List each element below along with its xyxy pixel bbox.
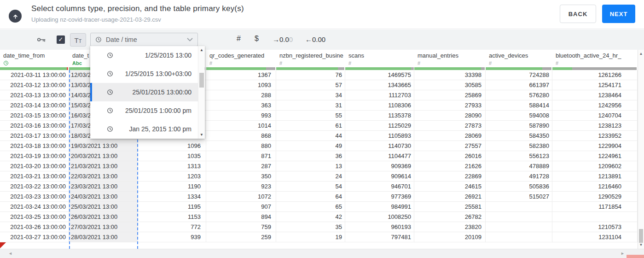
table-cell[interactable]: 2021-03-16 13:00:00 — [0, 121, 69, 131]
table-cell[interactable]: 34 — [276, 90, 345, 100]
table-cell[interactable]: 19 — [276, 232, 345, 242]
date-format-option[interactable]: Jan 25, 2015 1:00 pm — [90, 120, 198, 138]
table-cell[interactable]: 1072 — [206, 192, 276, 202]
table-cell[interactable]: 24615 — [414, 182, 486, 192]
table-cell[interactable] — [486, 202, 552, 212]
table-cell[interactable]: 25869 — [414, 90, 486, 100]
table-cell[interactable]: 759 — [206, 222, 276, 232]
table-cell[interactable]: 868 — [206, 131, 276, 141]
table-cell[interactable]: 491728 — [486, 171, 552, 182]
table-cell[interactable]: 26016 — [414, 151, 486, 161]
table-cell[interactable]: 64 — [276, 192, 345, 202]
column-header[interactable]: date_time_from — [0, 50, 69, 67]
menu-scrollbar[interactable]: ▲ ▼ — [198, 46, 205, 139]
table-cell[interactable]: 259 — [206, 232, 276, 242]
currency-type-button[interactable]: $ — [255, 35, 259, 43]
table-cell[interactable]: 65 — [276, 202, 345, 212]
table-cell[interactable]: 909369 — [345, 161, 414, 171]
table-cell[interactable]: 31 — [276, 100, 345, 111]
table-cell[interactable]: 1469575 — [345, 70, 414, 80]
table-cell[interactable]: 20/03/2021 13:00 — [69, 151, 138, 161]
date-format-option[interactable]: 25/01/2015 1:00:00 pm — [90, 101, 198, 120]
table-cell[interactable]: 76 — [276, 70, 345, 80]
table-cell[interactable]: 2021-03-24 13:00:00 — [0, 202, 69, 212]
table-cell[interactable]: 1093 — [206, 80, 276, 90]
column-header[interactable]: scans# — [345, 50, 414, 67]
back-button[interactable]: BACK — [560, 5, 596, 23]
table-cell[interactable]: 2021-03-20 13:00:00 — [0, 161, 69, 171]
table-cell[interactable]: 1008250 — [345, 212, 414, 222]
table-cell[interactable]: 350 — [206, 171, 276, 182]
text-type-button[interactable]: Tt — [70, 33, 86, 47]
table-cell[interactable]: 44 — [276, 131, 345, 141]
table-cell[interactable]: 26782 — [414, 212, 486, 222]
table-cell[interactable]: 556123 — [486, 151, 552, 161]
table-cell[interactable]: 1153 — [138, 212, 206, 222]
table-cell[interactable]: 1014 — [206, 121, 276, 131]
table-cell[interactable]: 1229904 — [552, 141, 638, 151]
table-cell[interactable]: 1231104 — [552, 232, 638, 242]
scroll-right-icon[interactable]: ► — [621, 251, 625, 256]
table-cell[interactable]: 22869 — [414, 171, 486, 182]
table-cell[interactable]: 1104477 — [345, 151, 414, 161]
scroll-down-icon[interactable]: ▼ — [638, 243, 644, 247]
table-cell[interactable]: 1334 — [138, 192, 206, 202]
table-cell[interactable]: 13 — [276, 161, 345, 171]
table-cell[interactable]: 61 — [276, 121, 345, 131]
table-cell[interactable]: 515027 — [486, 192, 552, 202]
table-cell[interactable]: 1242956 — [552, 100, 638, 111]
table-cell[interactable]: 2021-03-25 13:00:00 — [0, 212, 69, 222]
vertical-scrollbar[interactable]: ▲ ▼ — [638, 50, 644, 249]
table-cell[interactable]: 1254171 — [552, 80, 638, 90]
number-type-button[interactable]: # — [237, 35, 241, 43]
horizontal-scrollbar[interactable]: ◄ ► — [0, 249, 644, 258]
table-cell[interactable]: 661397 — [486, 80, 552, 90]
column-header[interactable]: qr_codes_generated# — [206, 50, 276, 67]
table-cell[interactable]: 27933 — [414, 100, 486, 111]
table-cell[interactable]: 28090 — [414, 111, 486, 121]
table-cell[interactable]: 1140730 — [345, 141, 414, 151]
date-format-option[interactable]: 1/25/2015 13:00 — [90, 46, 198, 64]
table-cell[interactable]: 49 — [276, 141, 345, 151]
table-cell[interactable]: 33398 — [414, 70, 486, 80]
table-cell[interactable]: 1171854 — [552, 202, 638, 212]
table-cell[interactable]: 1224961 — [552, 151, 638, 161]
table-cell[interactable]: 880 — [206, 141, 276, 151]
scroll-left-icon[interactable]: ◄ — [8, 251, 12, 256]
table-cell[interactable]: 1261266 — [552, 70, 638, 80]
table-cell[interactable] — [486, 212, 552, 222]
table-cell[interactable]: 287 — [206, 161, 276, 171]
table-cell[interactable]: 594008 — [486, 111, 552, 121]
table-cell[interactable]: 984991 — [345, 202, 414, 212]
table-cell[interactable]: 26921 — [414, 192, 486, 202]
table-cell[interactable]: 797481 — [345, 232, 414, 242]
table-cell[interactable]: 24/03/2021 13:00 — [69, 192, 138, 202]
table-cell[interactable]: 1367 — [206, 70, 276, 80]
table-cell[interactable]: 27873 — [414, 121, 486, 131]
table-cell[interactable]: 55 — [276, 111, 345, 121]
table-cell[interactable]: 2021-03-23 13:00:00 — [0, 192, 69, 202]
column-header[interactable]: bluetooth_active_24_hr_# — [552, 50, 638, 67]
table-cell[interactable]: 1195 — [138, 202, 206, 212]
table-cell[interactable]: 27/03/2021 13:00 — [69, 222, 138, 232]
table-cell[interactable]: 587890 — [486, 121, 552, 131]
table-cell[interactable]: 2021-03-12 13:00:00 — [0, 80, 69, 90]
table-cell[interactable]: 30585 — [414, 80, 486, 90]
primary-key-icon[interactable] — [37, 36, 46, 45]
table-cell[interactable]: 1096 — [138, 141, 206, 151]
column-type-select[interactable]: Date / time — [90, 33, 198, 47]
table-cell[interactable]: 1343665 — [345, 80, 414, 90]
table-cell[interactable]: 1313 — [138, 161, 206, 171]
table-cell[interactable]: 993 — [206, 111, 276, 121]
table-cell[interactable]: 42 — [276, 212, 345, 222]
table-cell[interactable]: 2021-03-15 13:00:00 — [0, 111, 69, 121]
table-cell[interactable]: 1290529 — [552, 192, 638, 202]
table-cell[interactable] — [486, 232, 552, 242]
table-cell[interactable]: 505836 — [486, 182, 552, 192]
table-cell[interactable]: 724288 — [486, 70, 552, 80]
table-cell[interactable]: 2021-03-14 13:00:00 — [0, 100, 69, 111]
table-cell[interactable]: 22/03/2021 13:00 — [69, 171, 138, 182]
table-cell[interactable]: 1209602 — [552, 161, 638, 171]
table-cell[interactable]: 576280 — [486, 90, 552, 100]
table-cell[interactable]: 923 — [206, 182, 276, 192]
